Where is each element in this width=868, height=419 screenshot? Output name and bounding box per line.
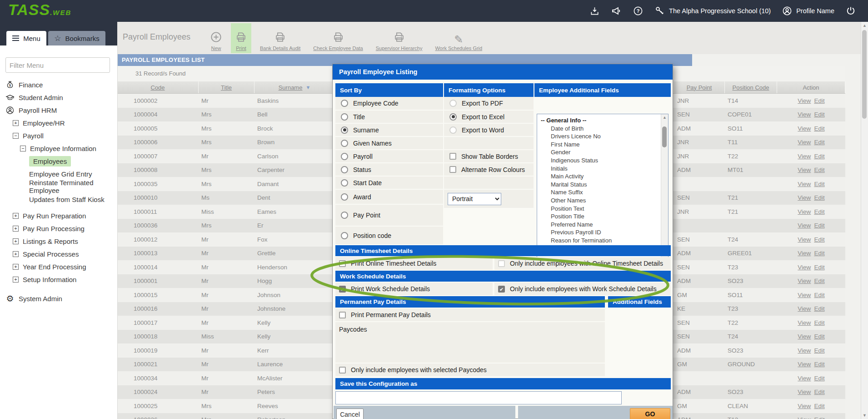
logout-icon[interactable] [845, 5, 856, 16]
sidebar-item-reinstate-terminated-employee[interactable]: Reinstate Terminated Employee [0, 180, 117, 193]
view-link[interactable]: View [798, 347, 811, 354]
employee-additional-fields-list[interactable]: -- General Info --Date of BirthDrivers L… [537, 114, 668, 258]
view-link[interactable]: View [798, 167, 811, 173]
format-option-show-table-borders[interactable]: Show Table Borders [444, 150, 534, 163]
radio-given-names[interactable] [341, 140, 348, 147]
column-header-pay-point[interactable]: Pay Point [674, 81, 725, 93]
help-icon[interactable]: ? [633, 5, 644, 16]
column-header-position-code[interactable]: Position Code [725, 81, 777, 93]
sidebar-item-payroll[interactable]: −Payroll [0, 129, 117, 142]
view-link[interactable]: View [798, 97, 811, 104]
radio-start-date[interactable] [341, 179, 348, 187]
checkbox-show-table-borders[interactable] [449, 153, 456, 160]
profile-menu[interactable]: Profile Name [782, 5, 834, 16]
edit-link[interactable]: Edit [814, 194, 824, 201]
only-work-schedule-checkbox[interactable] [498, 286, 505, 293]
sort-option-title[interactable]: Title [335, 111, 443, 124]
scroll-down-icon[interactable]: ▼ [861, 413, 868, 418]
radio-export-to-excel[interactable] [449, 113, 457, 121]
edit-link[interactable]: Edit [814, 125, 824, 132]
toolbar-button-supervisor-hierarchy[interactable]: Supervisor Hierarchy [372, 23, 427, 53]
edit-link[interactable]: Edit [814, 361, 824, 368]
sidebar-item-setup-information[interactable]: +Setup Information [0, 273, 117, 286]
edit-link[interactable]: Edit [814, 222, 824, 229]
view-link[interactable]: View [798, 403, 811, 409]
format-option-alternate-row-colours[interactable]: Alternate Row Colours [444, 163, 534, 177]
view-link[interactable]: View [798, 139, 811, 146]
announcements-icon[interactable] [611, 5, 622, 16]
view-link[interactable]: View [798, 292, 811, 298]
edit-link[interactable]: Edit [814, 347, 824, 354]
sort-option-payroll[interactable]: Payroll [335, 150, 443, 163]
view-link[interactable]: View [798, 208, 811, 215]
radio-award[interactable] [341, 193, 348, 201]
edit-link[interactable]: Edit [814, 292, 824, 298]
edit-link[interactable]: Edit [814, 375, 824, 382]
radio-payroll[interactable] [341, 153, 348, 160]
list-option-other-names[interactable]: Other Names [541, 197, 659, 205]
edit-link[interactable]: Edit [814, 319, 824, 326]
sidebar-item-employee-hr[interactable]: +Employee/HR [0, 116, 117, 129]
edit-link[interactable]: Edit [814, 264, 824, 271]
expand-icon[interactable]: + [13, 238, 19, 244]
list-option-position-text[interactable]: Position Text [541, 205, 659, 213]
format-option-export-to-excel[interactable]: Export to Excel [444, 111, 534, 124]
sidebar-item-payroll-hrm[interactable]: Payroll HRM [0, 104, 117, 116]
sort-option-position-code[interactable]: Position code [335, 227, 443, 245]
list-scrollbar[interactable]: ▲ ▼ [661, 114, 668, 257]
page-scrollbar[interactable]: ▲ ▼ [861, 22, 868, 419]
sort-option-surname[interactable]: Surname [335, 124, 443, 137]
list-option-position-title[interactable]: Position Title [541, 212, 659, 221]
radio-employee-code[interactable] [341, 100, 348, 107]
only-selected-paycodes-checkbox[interactable] [339, 367, 346, 374]
sidebar-item-year-end-processing[interactable]: +Year End Processing [0, 260, 117, 273]
view-link[interactable]: View [798, 305, 811, 312]
view-link[interactable]: View [798, 389, 811, 395]
toolbar-button-bank-details-audit[interactable]: Bank Details Audit [256, 23, 304, 53]
view-link[interactable]: View [798, 125, 811, 132]
sidebar-item-listings-reports[interactable]: +Listings & Reports [0, 235, 117, 247]
edit-link[interactable]: Edit [814, 236, 824, 243]
edit-link[interactable]: Edit [814, 139, 824, 146]
radio-pay-point[interactable] [341, 212, 348, 219]
view-link[interactable]: View [798, 361, 811, 368]
print-work-schedule-checkbox[interactable] [339, 286, 346, 293]
save-configuration-input[interactable] [335, 391, 622, 404]
list-option-indigenous-status[interactable]: Indigenous Status [541, 156, 659, 165]
list-option-general-info[interactable]: -- General Info -- [541, 116, 659, 125]
edit-link[interactable]: Edit [814, 250, 824, 257]
view-link[interactable]: View [798, 194, 811, 201]
view-link[interactable]: View [798, 236, 811, 243]
collapse-icon[interactable]: − [13, 133, 19, 139]
edit-link[interactable]: Edit [814, 278, 824, 284]
print-online-timesheet-checkbox[interactable] [339, 260, 346, 267]
toolbar-button-new[interactable]: New [206, 23, 226, 53]
column-header-action[interactable]: Action [777, 81, 845, 93]
sort-option-employee-code[interactable]: Employee Code [335, 97, 443, 111]
sidebar-item-updates-from-staff-kiosk[interactable]: Updates from Staff Kiosk [0, 193, 117, 206]
radio-position-code[interactable] [341, 232, 348, 239]
download-icon[interactable] [589, 6, 600, 16]
format-option-export-to-word[interactable]: Export to Word [444, 124, 534, 137]
orientation-row[interactable]: Portrait [444, 190, 534, 209]
edit-link[interactable]: Edit [814, 97, 824, 104]
edit-link[interactable]: Edit [814, 305, 824, 312]
radio-surname[interactable] [341, 126, 348, 134]
view-link[interactable]: View [798, 333, 811, 340]
view-link[interactable]: View [798, 319, 811, 326]
list-option-reason-for-termination[interactable]: Reason for Termination [541, 237, 659, 245]
print-permanent-pay-checkbox[interactable] [339, 312, 346, 318]
list-option-name-suffix[interactable]: Name Suffix [541, 188, 659, 197]
sort-option-status[interactable]: Status [335, 163, 443, 177]
view-link[interactable]: View [798, 153, 811, 160]
sidebar-item-employees[interactable]: Employees [0, 155, 117, 167]
list-option-initials[interactable]: Initials [541, 165, 659, 173]
page-scroll-thumb[interactable] [862, 30, 867, 119]
sidebar-item-student-admin[interactable]: Student Admin [0, 91, 117, 104]
sidebar-item-pay-run-preparation[interactable]: +Pay Run Preparation [0, 209, 117, 222]
go-button[interactable]: GO [630, 408, 670, 419]
cancel-button[interactable]: Cancel [336, 409, 364, 419]
edit-link[interactable]: Edit [814, 181, 824, 187]
sort-option-pay-point[interactable]: Pay Point [335, 205, 443, 227]
view-link[interactable]: View [798, 181, 811, 187]
